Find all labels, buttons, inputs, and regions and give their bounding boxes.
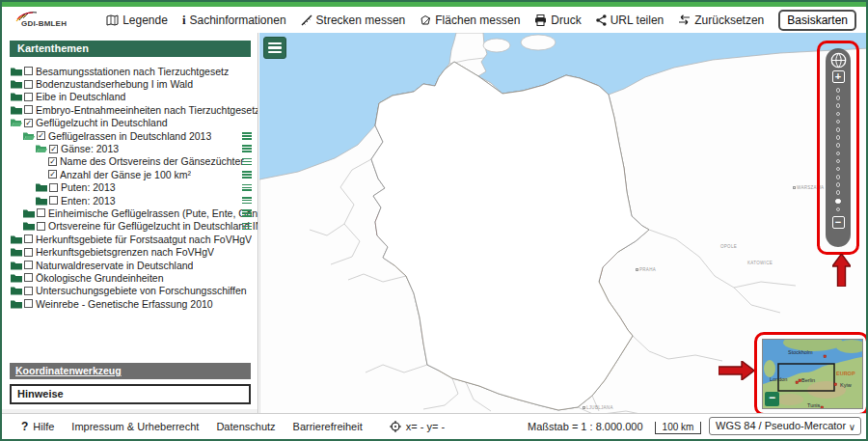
basemap-button[interactable]: Basiskarten [778, 10, 856, 31]
projection-select[interactable]: WGS 84 / Pseudo-Mercator ∨ [709, 417, 861, 435]
layer-checkbox[interactable] [24, 287, 33, 295]
zoom-out-button[interactable]: − [832, 216, 845, 229]
layer-checkbox[interactable] [24, 261, 33, 269]
layer-checkbox[interactable]: ✓ [24, 119, 33, 127]
region-label: EUROP [836, 371, 855, 376]
question-icon: ? [21, 420, 28, 433]
map-canvas[interactable]: WARSZAWA PRAHA OPOLE KATOWICE LJUBLJANA … [259, 33, 866, 413]
layer-checkbox[interactable] [49, 183, 58, 192]
zoom-tick[interactable] [836, 167, 841, 172]
layer-row[interactable]: Herkunftsgebietsgrenzen nach FoVHgV [2, 245, 258, 258]
overview-collapse-button[interactable]: − [765, 392, 779, 406]
layer-menu-icon[interactable] [242, 209, 252, 217]
place-label: WARSZAWA [793, 185, 824, 190]
layer-checkbox[interactable]: ✓ [48, 157, 57, 166]
legend-button[interactable]: Legende [106, 14, 168, 27]
layer-row[interactable]: Herkunftsgebiete für Forstsaatgut nach F… [2, 233, 258, 245]
privacy-link[interactable]: Datenschutz [216, 421, 275, 432]
zoom-tick[interactable] [836, 207, 841, 212]
help-link[interactable]: ? Hilfe [21, 420, 54, 433]
reset-icon [678, 14, 691, 25]
share-url-button[interactable]: URL teilen [596, 14, 665, 27]
layer-checkbox[interactable] [24, 273, 33, 282]
layer-checkbox[interactable] [24, 93, 33, 101]
print-button[interactable]: Druck [534, 14, 581, 27]
zoom-level-handle[interactable] [835, 199, 841, 205]
zoom-tick[interactable] [836, 127, 841, 132]
layer-tree: Besamungsstationen nach TierzuchtgesetzB… [2, 65, 258, 310]
layer-row[interactable]: Puten: 2013 [2, 181, 258, 194]
layer-row[interactable]: ✓Gänse: 2013 [2, 142, 258, 154]
layer-menu-icon[interactable] [242, 197, 252, 205]
feature-info-button[interactable]: i Sachinformationen [182, 13, 286, 28]
mouse-coordinates: x= - y= - [390, 421, 445, 432]
layer-checkbox[interactable] [24, 248, 33, 257]
overview-city-label: Kyiw [840, 382, 852, 388]
notes-panel-button[interactable]: Hinweise [10, 384, 251, 404]
layer-row[interactable]: Einheimische Geflügelrassen (Pute, Ente,… [2, 207, 258, 219]
layer-checkbox[interactable] [24, 80, 33, 89]
zoom-tick[interactable] [836, 182, 841, 187]
layer-checkbox[interactable]: ✓ [37, 131, 45, 140]
zoom-in-button[interactable]: + [832, 70, 845, 83]
layer-row[interactable]: Ortsvereine für Geflügelzucht in Deutsch… [2, 220, 258, 233]
accessibility-link[interactable]: Barrierefreiheit [293, 421, 363, 432]
layer-menu-icon[interactable] [242, 223, 252, 231]
overview-city-label: Stockholm [788, 349, 813, 355]
layer-row[interactable]: ✓Geflügelrassen in Deutschland 2013 [2, 129, 258, 142]
layer-menu-icon[interactable] [242, 158, 252, 166]
zoom-tick[interactable] [836, 88, 841, 93]
layer-checkbox[interactable]: ✓ [49, 145, 58, 153]
layer-checkbox[interactable] [24, 234, 33, 243]
layer-checkbox[interactable] [49, 196, 58, 205]
layer-row[interactable]: Besamungsstationen nach Tierzuchtgesetz [2, 65, 258, 77]
measure-distance-button[interactable]: Strecken messen [301, 14, 406, 27]
zoom-tick[interactable] [836, 190, 841, 195]
layer-row[interactable]: ✓Name des Ortsvereins der Gänsezüchter [2, 155, 258, 168]
layer-row[interactable]: Embryo-Entnahmeeinheiten nach Tierzuchtg… [2, 103, 258, 116]
reset-button[interactable]: Zurücksetzen [678, 14, 764, 27]
globe-icon[interactable] [830, 52, 847, 69]
zoom-tick[interactable] [836, 159, 841, 164]
layer-checkbox[interactable] [24, 105, 33, 114]
layer-menu-icon[interactable] [242, 171, 252, 179]
zoom-tick[interactable] [836, 112, 841, 117]
zoom-tick[interactable] [836, 152, 841, 156]
layer-checkbox[interactable] [24, 299, 33, 308]
layer-menu-icon[interactable] [242, 184, 252, 192]
overview-map[interactable]: StockholmLondonBerlinKyiwTunis EUROP − [762, 339, 863, 409]
layer-checkbox[interactable] [24, 67, 33, 75]
layer-row[interactable]: Ökologische Grundeinheiten [2, 271, 258, 284]
zoom-control[interactable]: + − [826, 48, 851, 247]
layer-menu-icon[interactable] [242, 132, 252, 140]
zoom-tick[interactable] [836, 135, 841, 140]
layer-row[interactable]: ✓Anzahl der Gänse je 100 km² [2, 168, 258, 180]
layer-menu-icon[interactable] [242, 145, 252, 152]
zoom-tick[interactable] [836, 96, 841, 100]
zoom-tick[interactable] [836, 143, 841, 148]
imprint-link[interactable]: Impressum & Urheberrecht [71, 421, 199, 432]
measure-area-icon [420, 14, 431, 26]
zoom-tick[interactable] [836, 175, 841, 179]
layer-row[interactable]: Eibe in Deutschland [2, 91, 258, 103]
layer-checkbox[interactable] [37, 208, 45, 217]
layer-label: Geflügelrassen in Deutschland 2013 [48, 130, 211, 142]
map-menu-button[interactable] [263, 37, 286, 59]
folder-closed-icon [11, 234, 22, 244]
header-bar: GDI-BMLEH Legende i Sachinformationen St… [2, 7, 866, 33]
layer-row[interactable]: Untersuchungsgebiete von Forschungsschif… [2, 285, 258, 297]
zoom-tick[interactable] [836, 103, 841, 108]
zoom-slider[interactable] [835, 88, 841, 211]
layer-row[interactable]: Naturwaldreservate in Deutschland [2, 259, 258, 271]
coordinate-tool-link[interactable]: Koordinatenwerkzeug [10, 363, 251, 379]
layer-row[interactable]: ✓Geflügelzucht in Deutschland [2, 117, 258, 129]
layer-row[interactable]: Bodenzustandserhebung I im Wald [2, 77, 258, 90]
layer-label: Gänse: 2013 [61, 143, 119, 154]
layer-label: Bodenzustandserhebung I im Wald [36, 78, 193, 90]
layer-checkbox[interactable] [37, 222, 45, 231]
layer-row[interactable]: Enten: 2013 [2, 194, 258, 207]
layer-row[interactable]: Weinrebe - Genetische Erfassung 2010 [2, 297, 258, 310]
zoom-tick[interactable] [836, 120, 841, 124]
measure-area-button[interactable]: Flächen messen [420, 14, 520, 27]
layer-checkbox[interactable]: ✓ [48, 170, 57, 179]
